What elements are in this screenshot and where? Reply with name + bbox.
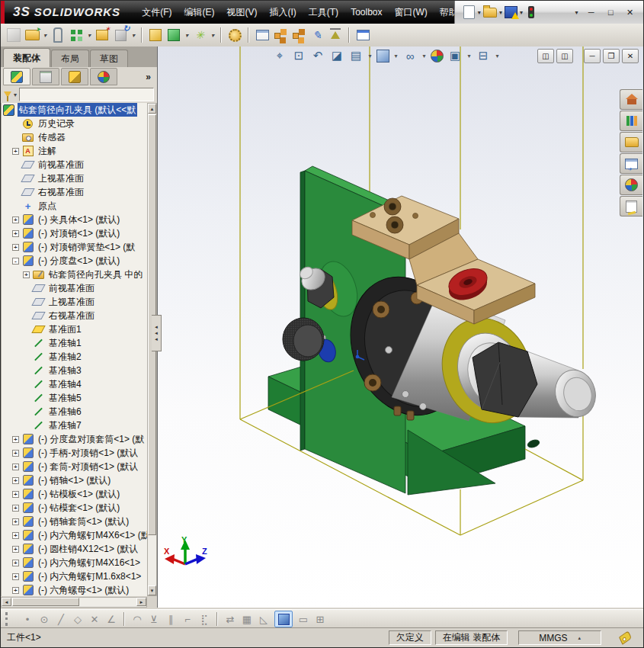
pane-toggle-right-button[interactable]: ◫: [556, 49, 573, 63]
tree-item[interactable]: + 注解: [2, 144, 147, 158]
linear-component-pattern-icon[interactable]: [68, 27, 85, 43]
command-tab[interactable]: 草图: [90, 50, 128, 67]
tree-expander[interactable]: +: [12, 573, 19, 580]
clamp-nut-shaft[interactable]: [473, 342, 601, 422]
filter-dropdown-icon[interactable]: ▾: [14, 91, 17, 98]
appearances-tab[interactable]: [620, 175, 642, 195]
smart-fasteners-icon[interactable]: [94, 27, 111, 43]
dropdown-arrow-icon[interactable]: ▾: [495, 53, 500, 59]
isolate-icon[interactable]: [354, 27, 371, 43]
single-view-icon[interactable]: ▭: [297, 612, 309, 626]
child-minimize-button[interactable]: ─: [584, 49, 601, 63]
file-explorer-tab[interactable]: [620, 132, 642, 152]
dropdown-arrow-icon[interactable]: ▾: [130, 32, 136, 39]
rotate-component-icon[interactable]: [112, 27, 129, 43]
hide-show-items-icon[interactable]: ∞: [402, 48, 418, 63]
tree-item[interactable]: 基准面1: [2, 322, 147, 336]
maximize-button[interactable]: □: [602, 5, 619, 19]
tree-expander[interactable]: +: [12, 505, 19, 512]
tree-item[interactable]: 基准轴2: [2, 350, 147, 364]
tree-item[interactable]: 基准轴1: [2, 336, 147, 350]
tree-item[interactable]: + (-) 内六角螺钉M4X16<1>: [2, 556, 147, 569]
measure-angle-icon[interactable]: ◺: [258, 612, 270, 626]
close-button[interactable]: ✕: [621, 5, 638, 19]
sketch-point-icon[interactable]: •: [21, 612, 34, 626]
view-selector-icon[interactable]: ▤: [348, 48, 364, 63]
view-palette-tab[interactable]: [620, 153, 642, 174]
toolbar-separator[interactable]: [348, 27, 350, 43]
tree-item[interactable]: + (-) 圆柱销4X12<1> (默认: [2, 542, 147, 556]
model-canvas[interactable]: X Y Z: [158, 47, 643, 608]
menu-item[interactable]: 文件(F): [136, 1, 178, 24]
dropdown-arrow-icon[interactable]: ▾: [466, 53, 472, 59]
dropdown-arrow-icon[interactable]: ▾: [421, 53, 427, 59]
tree-item[interactable]: + (-) 销轴套筒<1> (默认): [2, 515, 147, 528]
menu-item[interactable]: 编辑(E): [178, 1, 220, 24]
tree-item[interactable]: 右视基准面: [2, 309, 147, 322]
tree-expander[interactable]: +: [12, 217, 19, 223]
exploded-view-icon[interactable]: [272, 27, 289, 43]
zoom-fit-icon[interactable]: ⌖: [272, 48, 287, 63]
tree-item[interactable]: + (-) 内六角螺钉M1.6x8<1>: [2, 569, 147, 583]
tree-item[interactable]: + (-) 夹具体<1> (默认): [2, 213, 147, 226]
sketch-arc-icon[interactable]: ◠: [131, 612, 143, 626]
tree-expander[interactable]: +: [12, 532, 19, 539]
tree-expander[interactable]: +: [12, 546, 19, 553]
tree-item[interactable]: 上视基准面: [2, 172, 147, 185]
tree-item[interactable]: 上视基准面: [2, 295, 147, 309]
menu-item[interactable]: Toolbox: [344, 1, 388, 24]
tree-expander[interactable]: +: [12, 230, 19, 237]
scroll-thumb[interactable]: [12, 598, 79, 606]
child-close-button[interactable]: ✕: [622, 49, 639, 63]
tree-item[interactable]: 基准轴5: [2, 391, 147, 405]
new-motion-study-icon[interactable]: [226, 27, 243, 43]
dropdown-arrow-icon[interactable]: ▾: [575, 9, 578, 16]
child-restore-button[interactable]: ❐: [603, 49, 620, 63]
view-orientation-icon[interactable]: [376, 50, 389, 63]
tree-expander[interactable]: +: [12, 464, 19, 470]
tree-item[interactable]: - (-) 分度盘<1> (默认): [2, 254, 147, 268]
sketch-perpendicular-icon[interactable]: ⊻: [148, 612, 160, 626]
previous-view-icon[interactable]: ↶: [310, 48, 325, 63]
menu-item[interactable]: 视图(V): [220, 1, 263, 24]
interference-detection-icon[interactable]: ✎: [309, 27, 325, 43]
sketch-trim-icon[interactable]: ✕: [88, 612, 101, 626]
dropdown-arrow-icon[interactable]: ▾: [478, 9, 481, 16]
tree-expander[interactable]: +: [23, 271, 30, 278]
tree-item[interactable]: + (-) 套筒-对顶销<1> (默认: [2, 460, 147, 473]
tree-item[interactable]: + 钻套筒径向孔夹具 中的: [2, 268, 147, 281]
tree-item[interactable]: 基准轴4: [2, 377, 147, 391]
dropdown-arrow-icon[interactable]: ▾: [86, 32, 92, 39]
solidworks-resources-icon[interactable]: [525, 5, 538, 19]
sketch-circle-icon[interactable]: ⊙: [38, 612, 50, 626]
shaded-view-button[interactable]: [274, 611, 293, 627]
scroll-right-button[interactable]: ►: [136, 598, 146, 606]
open-document-button[interactable]: [483, 5, 497, 19]
sketch-polygon-icon[interactable]: ◇: [72, 612, 84, 626]
tree-item[interactable]: + (-) 销轴<1> (默认): [2, 473, 147, 487]
sketch-parallel-icon[interactable]: ∥: [165, 612, 177, 626]
tree-expander[interactable]: +: [12, 491, 19, 498]
edit-appearance-icon[interactable]: [431, 50, 444, 63]
tree-horizontal-scrollbar[interactable]: ◄ ►: [1, 597, 147, 608]
tab-featuremanager[interactable]: [3, 68, 30, 85]
tree-filter-input[interactable]: [19, 88, 154, 101]
assembly-features-icon[interactable]: [165, 27, 182, 43]
toolbar-drag-handle[interactable]: [5, 612, 12, 626]
insert-from-file-icon[interactable]: [24, 27, 40, 43]
tree-item[interactable]: 钻套筒径向孔夹具 (默认<<默: [2, 103, 147, 117]
tree-item[interactable]: + (-) 内六角螺钉M4X6<1> (默: [2, 528, 147, 542]
pane-toggle-left-button[interactable]: ◫: [537, 49, 554, 63]
tree-item[interactable]: 前视基准面: [2, 158, 147, 172]
tree-expander[interactable]: +: [12, 148, 19, 155]
sketch-corner-icon[interactable]: ⌐: [181, 612, 194, 626]
tree-item[interactable]: 右视基准面: [2, 185, 147, 199]
tab-propertymanager[interactable]: [32, 68, 59, 85]
tree-item[interactable]: 历史记录: [2, 117, 147, 130]
view-settings-icon[interactable]: ⊟: [476, 48, 491, 63]
explode-line-sketch-icon[interactable]: [290, 27, 307, 43]
tree-expander[interactable]: +: [12, 477, 19, 484]
home-tab[interactable]: [620, 89, 642, 110]
menu-item[interactable]: 工具(T): [303, 1, 344, 24]
four-view-icon[interactable]: ⊞: [314, 612, 326, 626]
